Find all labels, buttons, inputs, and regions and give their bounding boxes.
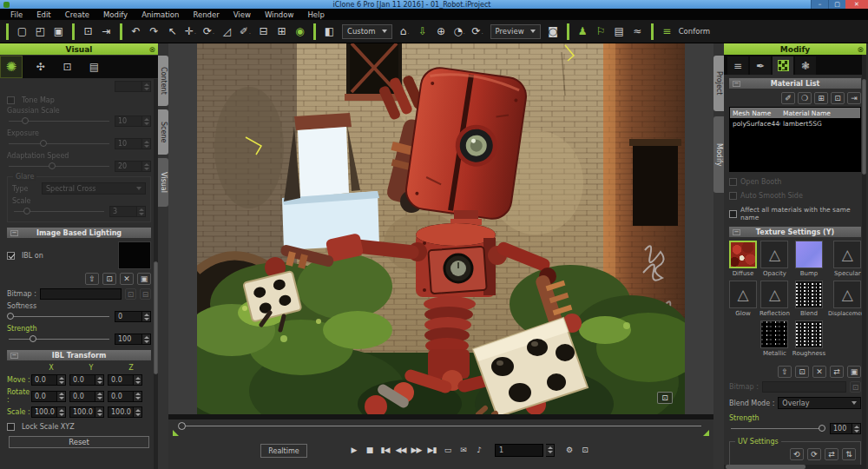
material-export-button[interactable]: ⇥ [847, 92, 861, 104]
layout-button[interactable]: ◧ [320, 23, 339, 41]
undo-button[interactable]: ↶ [127, 23, 145, 41]
scale-y-field[interactable]: 100.0 [69, 406, 95, 418]
move-z-field[interactable]: 0.0 [108, 374, 134, 386]
adaptation-speed-slider[interactable] [7, 162, 111, 171]
camcorder-button[interactable]: ◙ [544, 23, 562, 41]
texture-slot-roughness[interactable]: Roughness [792, 320, 825, 360]
softness-value[interactable]: 0 [115, 311, 142, 322]
texture-slot-blend[interactable]: Blend [792, 281, 825, 320]
strength-slider[interactable] [7, 334, 111, 344]
tab-scene[interactable]: Scene [158, 109, 168, 155]
range-start-marker[interactable] [173, 430, 179, 436]
menu-view[interactable]: View [227, 10, 258, 19]
go-to-start-button[interactable]: ▮◀ [378, 443, 391, 457]
clipboard-button[interactable]: ▤ [610, 23, 628, 41]
uv-rotate-left-button[interactable]: ⟲ [790, 448, 804, 460]
atmosphere-tab[interactable]: ✺ [0, 56, 23, 78]
texture-save-button[interactable]: ▣ [847, 366, 861, 378]
bitmap-button-b[interactable]: ⊟ [140, 288, 151, 300]
previous-frame-button[interactable]: ◀◀ [394, 443, 407, 457]
range-end-marker[interactable] [703, 430, 709, 436]
texture-load-button[interactable]: ⇧ [778, 366, 792, 378]
menu-window[interactable]: Window [258, 10, 301, 19]
actor-button[interactable]: ♟ [574, 23, 592, 41]
tone-map-checkbox[interactable] [7, 96, 15, 104]
tab-visual[interactable]: Visual [158, 158, 168, 207]
conform-button[interactable]: ≡ [658, 23, 676, 41]
current-frame-field[interactable]: 1 [495, 444, 543, 457]
reset-button[interactable]: Reset [9, 436, 149, 448]
exposure-value[interactable]: 10 [115, 138, 142, 149]
import-button[interactable]: ⇩ [414, 23, 432, 41]
loop-button[interactable]: ▭ [441, 443, 454, 457]
material-list-header[interactable]: − Material List [729, 78, 861, 89]
lens-flare-tab[interactable]: ✣ [31, 58, 49, 76]
select-tool-button[interactable]: ↖ [163, 23, 181, 41]
tab-modify[interactable]: Modify [713, 116, 724, 193]
menu-modify[interactable]: Modify [96, 10, 135, 19]
menu-create[interactable]: Create [58, 10, 96, 19]
rotate-z-field[interactable]: 0.0 [108, 391, 134, 402]
glare-scale-slider[interactable] [12, 207, 106, 216]
next-frame-button[interactable]: ▶▶ [410, 443, 423, 457]
scale-z-field[interactable]: 100.0 [108, 406, 134, 418]
render-button[interactable]: ⊡ [79, 23, 97, 41]
ibl-load-button[interactable]: ⇧ [85, 273, 99, 285]
exposure-slider[interactable] [7, 139, 111, 149]
adjust-tab[interactable]: ≡ [727, 56, 748, 75]
texture-slot-reflection[interactable]: △Reflection [760, 281, 790, 320]
ibl-section-header[interactable]: − Image Based Lighting [7, 228, 151, 238]
viewport-3d-scene[interactable]: ⊡ [197, 43, 685, 414]
strength-value[interactable]: 100 [115, 334, 142, 345]
material-row[interactable]: polySurface446 lambert5SG [730, 118, 860, 129]
detach-button[interactable]: ⊟ [254, 23, 273, 41]
go-to-end-button[interactable]: ▶▮ [425, 443, 438, 457]
stage-tab[interactable]: ▤ [85, 58, 103, 76]
audio-button[interactable]: ♪ [472, 443, 485, 457]
camera-orbit-button[interactable]: ◔. [450, 23, 469, 41]
texture-slot-glow[interactable]: △Glow [729, 281, 757, 320]
material-window-button[interactable]: ⊡ [831, 92, 845, 104]
texture-slot-diffuse[interactable]: Diffuse [729, 241, 757, 281]
menu-animation[interactable]: Animation [135, 10, 186, 19]
glare-scale-value[interactable]: 3 [109, 206, 137, 217]
texture-slot-displacement[interactable]: △Displacement [828, 281, 866, 320]
visibility-button[interactable]: ◉ [291, 23, 309, 41]
camera-effect-tab[interactable]: ⊡ [58, 58, 76, 76]
lock-scale-checkbox[interactable] [7, 423, 15, 431]
texture-settings-header[interactable]: − Texture Settings (Y) [729, 227, 861, 237]
settings-button[interactable]: ⚙ [562, 443, 575, 457]
blend-mode-dropdown[interactable]: Overlay [778, 397, 861, 409]
paint-tool-button[interactable]: ✐. [236, 23, 254, 41]
redo-button[interactable]: ↷ [145, 23, 163, 41]
scale-tool-button[interactable]: ◿ [218, 23, 236, 41]
panel-close-icon[interactable]: ⊗ [857, 45, 864, 54]
frame-stepper[interactable] [546, 444, 555, 457]
export-button[interactable]: ⇥ [97, 23, 115, 41]
camera-mini-view-button[interactable]: ⊡ [657, 392, 673, 404]
menu-help[interactable]: Help [300, 10, 331, 19]
flag-button[interactable]: ⚐ [592, 23, 610, 41]
ibl-transform-header[interactable]: − IBL Transform [7, 350, 151, 360]
home-view-button[interactable]: ⌂. [396, 23, 414, 41]
right-panel-hscrollbar[interactable] [724, 465, 862, 469]
motion-curve-button[interactable]: ≈ [628, 23, 647, 41]
texture-strength-slider[interactable] [729, 424, 826, 433]
stop-button[interactable]: ■ [363, 443, 376, 457]
tab-content[interactable]: Content [158, 56, 168, 106]
ibl-window-button[interactable]: ⊡ [102, 273, 116, 285]
scale-x-field[interactable]: 100.0 [31, 406, 57, 418]
tab-project[interactable]: Project [713, 56, 724, 111]
bitmap-button-a[interactable]: ⊡ [125, 288, 136, 300]
new-project-button[interactable]: ▢ [13, 23, 31, 41]
minimize-button[interactable]: – [811, 0, 828, 9]
camera-custom-dropdown[interactable]: Custom [342, 24, 392, 39]
right-panel-scrollbar[interactable] [862, 55, 866, 469]
move-y-field[interactable]: 0.0 [69, 374, 95, 386]
attach-button[interactable]: ⊞ [273, 23, 291, 41]
timeline-track[interactable] [181, 426, 701, 426]
texture-slot-opacity[interactable]: △Opacity [760, 241, 790, 281]
maximize-button[interactable]: ▢ [828, 0, 845, 9]
save-project-button[interactable]: ▣ [49, 23, 68, 41]
realtime-button[interactable]: Realtime [260, 444, 307, 458]
